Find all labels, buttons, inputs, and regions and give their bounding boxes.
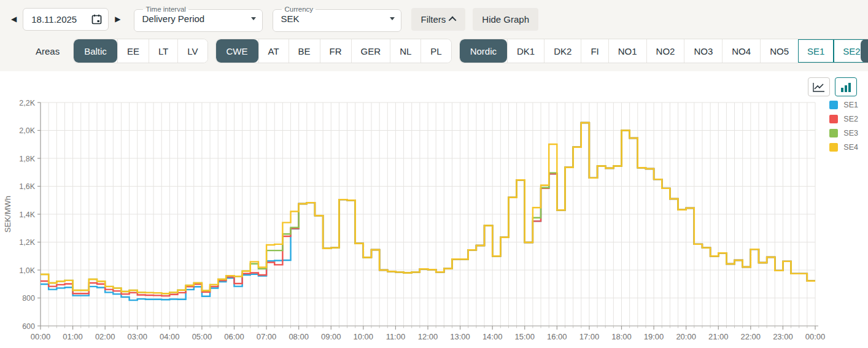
legend-label: SE3 [843,129,858,137]
svg-text:04:00: 04:00 [160,332,180,341]
area-button-ee[interactable]: EE [117,39,149,63]
svg-text:05:00: 05:00 [192,332,212,341]
svg-text:14:00: 14:00 [482,332,503,341]
date-value: 18.11.2025 [31,14,77,25]
svg-text:09:00: 09:00 [321,332,341,341]
svg-text:1,0K: 1,0K [19,266,35,275]
line-chart-toggle-button[interactable] [808,77,830,96]
prev-day-button[interactable]: ◀ [7,12,20,26]
filters-button[interactable]: Filters [411,8,465,31]
svg-text:21:00: 21:00 [708,332,729,341]
svg-text:600: 600 [22,322,35,331]
bar-chart-icon [840,82,851,92]
legend-item-se3[interactable]: SE3 [829,129,858,137]
calendar-icon [91,14,102,25]
svg-text:1,8K: 1,8K [19,155,35,163]
svg-text:11:00: 11:00 [386,332,406,341]
svg-text:1,4K: 1,4K [19,211,35,219]
areas-overflow-button[interactable] [861,39,868,63]
next-day-button[interactable]: ▶ [111,12,124,26]
time-interval-label: Time interval [143,6,188,12]
area-button-be[interactable]: BE [289,39,320,63]
svg-text:23:00: 23:00 [773,332,793,341]
area-button-lt[interactable]: LT [149,39,177,63]
currency-value: SEK [281,14,299,24]
area-group-button-nordic[interactable]: Nordic [460,39,507,63]
svg-text:18:00: 18:00 [611,332,632,341]
area-button-no4[interactable]: NO4 [722,39,760,63]
svg-text:01:00: 01:00 [63,332,83,341]
area-groups: BalticEELTLVCWEATBEFRGERNLPLNordicDK1DK2… [73,39,868,63]
svg-text:12:00: 12:00 [418,332,438,341]
svg-text:2,0K: 2,0K [19,126,35,135]
time-interval-select[interactable]: Time interval Delivery Period [134,6,263,32]
svg-text:2,2K: 2,2K [19,99,35,107]
area-button-no5[interactable]: NO5 [760,39,798,63]
area-button-fr[interactable]: FR [320,39,351,63]
svg-text:10:00: 10:00 [354,332,374,341]
chevron-down-icon [390,17,395,20]
areas-label: Areas [36,46,60,56]
chevron-down-icon [251,17,256,20]
legend-swatch-se3 [829,129,838,137]
hide-graph-label: Hide Graph [482,14,529,25]
bar-chart-toggle-button[interactable] [835,77,857,96]
svg-text:1,6K: 1,6K [19,182,35,191]
svg-text:15:00: 15:00 [514,332,535,341]
svg-text:02:00: 02:00 [95,332,115,341]
price-chart: 6008001,0K1,2K1,4K1,6K1,8K2,0K2,2K00:000… [0,71,868,348]
filters-label: Filters [420,14,446,25]
area-button-se1[interactable]: SE1 [798,39,834,63]
area-button-pl[interactable]: PL [420,39,451,63]
area-button-nl[interactable]: NL [390,39,420,63]
area-button-lv[interactable]: LV [177,39,207,63]
legend-label: SE1 [843,101,858,109]
svg-text:19:00: 19:00 [644,332,664,341]
svg-text:20:00: 20:00 [676,332,696,341]
areas-row: Areas BalticEELTLVCWEATBEFRGERNLPLNordic… [0,38,868,64]
svg-text:00:00: 00:00 [31,332,51,341]
time-interval-value: Delivery Period [142,14,204,24]
chart-panel: 6008001,0K1,2K1,4K1,6K1,8K2,0K2,2K00:000… [0,71,868,348]
legend-item-se4[interactable]: SE4 [829,143,858,152]
area-group-cwe: CWEATBEFRGERNLPL [215,39,452,63]
area-button-no2[interactable]: NO2 [646,39,684,63]
svg-text:22:00: 22:00 [741,332,761,341]
toolbar: ◀ 18.11.2025 ▶ Time interval Delivery Pe… [0,0,868,38]
area-button-no3[interactable]: NO3 [684,39,722,63]
arrow-right-icon: ▶ [115,15,120,23]
svg-text:13:00: 13:00 [450,332,470,341]
svg-text:00:00: 00:00 [805,332,826,341]
svg-text:16:00: 16:00 [547,332,567,341]
currency-select[interactable]: Currency SEK [273,6,401,32]
area-group-baltic: BalticEELTLV [73,39,207,63]
area-button-at[interactable]: AT [258,39,289,63]
area-button-fi[interactable]: FI [581,39,608,63]
svg-text:17:00: 17:00 [579,332,600,341]
legend-swatch-se1 [829,101,838,109]
area-button-dk2[interactable]: DK2 [544,39,581,63]
svg-text:08:00: 08:00 [289,332,309,341]
area-group-nordic: NordicDK1DK2FINO1NO2NO3NO4NO5SE1SE2SE3SE… [459,39,868,63]
svg-text:SEK/MWh: SEK/MWh [3,196,12,233]
area-group-button-cwe[interactable]: CWE [216,39,258,63]
svg-text:1,2K: 1,2K [19,238,35,247]
chevron-up-icon [449,16,457,24]
area-button-no1[interactable]: NO1 [608,39,646,63]
legend-label: SE4 [843,143,858,152]
legend-item-se1[interactable]: SE1 [829,101,858,109]
currency-label: Currency [282,6,316,12]
legend-label: SE2 [843,115,858,123]
svg-text:07:00: 07:00 [257,332,277,341]
svg-text:03:00: 03:00 [127,332,147,341]
legend: SE1SE2SE3SE4 [829,101,858,152]
legend-swatch-se2 [829,115,838,123]
area-button-ger[interactable]: GER [351,39,390,63]
legend-swatch-se4 [829,143,838,152]
area-button-dk1[interactable]: DK1 [507,39,544,63]
date-picker[interactable]: 18.11.2025 [23,8,109,31]
legend-item-se2[interactable]: SE2 [829,115,858,123]
arrow-left-icon: ◀ [11,15,17,23]
hide-graph-button[interactable]: Hide Graph [473,8,538,31]
area-group-button-baltic[interactable]: Baltic [74,39,117,63]
